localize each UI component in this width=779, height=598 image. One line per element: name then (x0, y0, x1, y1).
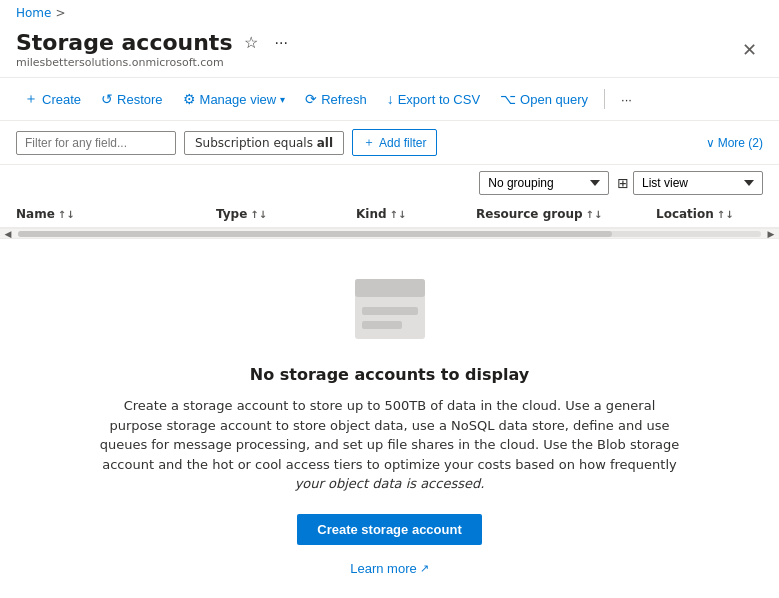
col-kind-sort: ↑↓ (390, 209, 407, 220)
col-rg-label: Resource group (476, 207, 583, 221)
external-link-icon: ↗ (420, 562, 429, 575)
col-rg-sort: ↑↓ (586, 209, 603, 220)
svg-rect-1 (355, 279, 425, 297)
refresh-button[interactable]: ⟳ Refresh (297, 87, 375, 111)
col-header-kind[interactable]: Kind ↑↓ (356, 207, 476, 221)
horizontal-scrollbar[interactable]: ◀ ▶ (0, 229, 779, 239)
header-left: Storage accounts ☆ ··· milesbettersoluti… (16, 30, 292, 69)
page-header: Storage accounts ☆ ··· milesbettersoluti… (0, 26, 779, 78)
col-kind-label: Kind (356, 207, 387, 221)
refresh-label: Refresh (321, 92, 367, 107)
header-more-icon: ··· (274, 34, 287, 52)
col-loc-sort: ↑↓ (717, 209, 734, 220)
view-select[interactable]: List view Grid view Tiles view (633, 171, 763, 195)
restore-icon: ↺ (101, 91, 113, 107)
more-filters-button[interactable]: ∨ More (2) (706, 136, 763, 150)
export-label: Export to CSV (398, 92, 480, 107)
refresh-icon: ⟳ (305, 91, 317, 107)
header-more-button[interactable]: ··· (270, 32, 291, 54)
toolbar-more-icon: ··· (621, 92, 632, 107)
export-icon: ↓ (387, 91, 394, 107)
more-filters-label: More (2) (718, 136, 763, 150)
col-type-sort: ↑↓ (250, 209, 267, 220)
subscription-filter-label: Subscription equals all (195, 136, 333, 150)
subscription-filter-tag[interactable]: Subscription equals all (184, 131, 344, 155)
create-storage-account-button[interactable]: Create storage account (297, 514, 482, 545)
scroll-right-arrow[interactable]: ▶ (763, 229, 779, 239)
manage-view-button[interactable]: ⚙ Manage view ▾ (175, 87, 294, 111)
view-controls: No grouping Resource group Location Type… (0, 165, 779, 201)
pin-button[interactable]: ☆ (240, 31, 262, 54)
scroll-left-arrow[interactable]: ◀ (0, 229, 16, 239)
scroll-thumb (18, 231, 612, 237)
restore-button[interactable]: ↺ Restore (93, 87, 171, 111)
open-query-icon: ⌥ (500, 91, 516, 107)
manage-view-label: Manage view (200, 92, 277, 107)
create-button[interactable]: ＋ Create (16, 86, 89, 112)
col-header-location[interactable]: Location ↑↓ (656, 207, 779, 221)
col-type-label: Type (216, 207, 247, 221)
toolbar: ＋ Create ↺ Restore ⚙ Manage view ▾ ⟳ Ref… (0, 78, 779, 121)
filter-input[interactable] (16, 131, 176, 155)
col-name-label: Name (16, 207, 55, 221)
col-loc-label: Location (656, 207, 714, 221)
empty-description: Create a storage account to store up to … (100, 396, 680, 494)
toolbar-divider (604, 89, 605, 109)
empty-state: No storage accounts to display Create a … (0, 239, 779, 596)
more-filters-chevron: ∨ (706, 136, 715, 150)
open-query-label: Open query (520, 92, 588, 107)
breadcrumb: Home > (0, 0, 779, 26)
empty-state-icon (350, 269, 430, 349)
col-header-name[interactable]: Name ↑↓ (16, 207, 216, 221)
empty-title: No storage accounts to display (250, 365, 529, 384)
manage-view-icon: ⚙ (183, 91, 196, 107)
grouping-select[interactable]: No grouping Resource group Location Type (479, 171, 609, 195)
create-label: Create (42, 92, 81, 107)
pin-icon: ☆ (244, 33, 258, 52)
svg-rect-3 (362, 321, 402, 329)
header-title-block: Storage accounts ☆ ··· milesbettersoluti… (16, 30, 292, 69)
page-subtitle: milesbettersolutions.onmicrosoft.com (16, 56, 292, 69)
close-icon: ✕ (742, 40, 757, 60)
view-select-wrapper: ⊞ List view Grid view Tiles view (617, 171, 763, 195)
svg-rect-2 (362, 307, 418, 315)
col-name-sort: ↑↓ (58, 209, 75, 220)
scroll-track[interactable] (18, 231, 761, 237)
manage-view-chevron: ▾ (280, 94, 285, 105)
add-filter-label: Add filter (379, 136, 426, 150)
col-header-resource-group[interactable]: Resource group ↑↓ (476, 207, 656, 221)
learn-more-label: Learn more (350, 561, 416, 576)
breadcrumb-separator: > (55, 6, 65, 20)
toolbar-more-button[interactable]: ··· (613, 88, 640, 111)
list-view-icon: ⊞ (617, 175, 629, 191)
restore-label: Restore (117, 92, 163, 107)
add-filter-icon: ＋ (363, 134, 375, 151)
open-query-button[interactable]: ⌥ Open query (492, 87, 596, 111)
page-title: Storage accounts (16, 30, 232, 55)
close-button[interactable]: ✕ (736, 37, 763, 63)
create-icon: ＋ (24, 90, 38, 108)
add-filter-button[interactable]: ＋ Add filter (352, 129, 437, 156)
learn-more-button[interactable]: Learn more ↗ (350, 561, 428, 576)
breadcrumb-home[interactable]: Home (16, 6, 51, 20)
table-header: Name ↑↓ Type ↑↓ Kind ↑↓ Resource group ↑… (0, 201, 779, 229)
filter-bar: Subscription equals all ＋ Add filter ∨ M… (0, 121, 779, 165)
col-header-type[interactable]: Type ↑↓ (216, 207, 356, 221)
export-button[interactable]: ↓ Export to CSV (379, 87, 488, 111)
